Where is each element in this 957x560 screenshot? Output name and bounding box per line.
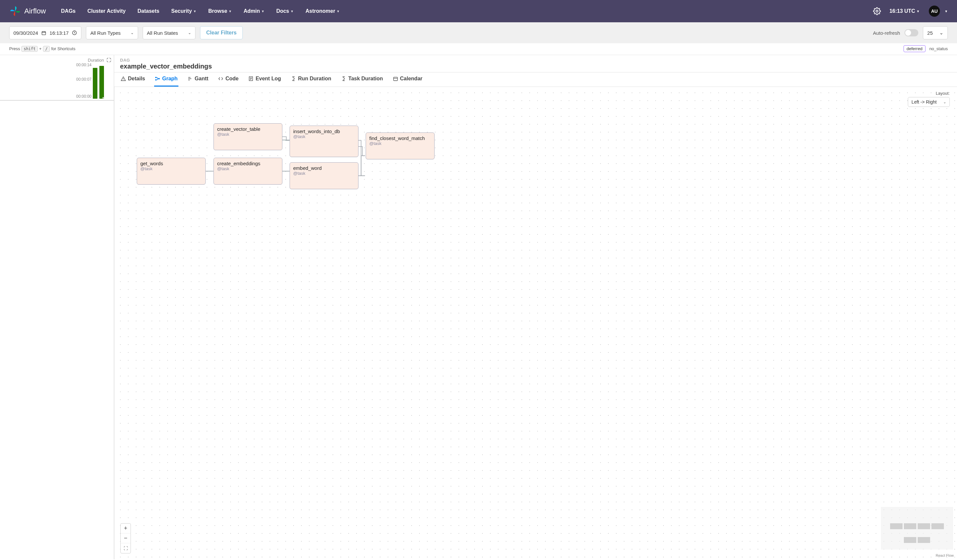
zoom-out-button[interactable]: − xyxy=(121,533,131,543)
node-title: create_embeddings xyxy=(217,161,279,166)
node-subtitle: @task xyxy=(293,171,355,176)
node-title: insert_words_into_db xyxy=(293,129,355,134)
dag-header: DAG example_vector_embeddings xyxy=(114,55,957,73)
zoom-controls: + − ⛶ xyxy=(120,523,131,554)
graph-node-create_embeddings[interactable]: create_embeddings @task xyxy=(213,158,283,185)
legend-row: Press shift + / for Shortcuts deferred n… xyxy=(0,43,957,55)
filter-bar: 09/30/2024 16:13:17 All Run Types⌄ All R… xyxy=(0,22,957,43)
ytick: 00:00:00 xyxy=(76,94,92,99)
nav-dags[interactable]: DAGs xyxy=(57,6,80,17)
datetime-input[interactable]: 09/30/2024 16:13:17 xyxy=(9,26,81,39)
gear-icon[interactable] xyxy=(873,7,881,15)
legend-no-status: no_status xyxy=(928,46,948,51)
zoom-in-button[interactable]: + xyxy=(121,524,131,533)
node-title: find_closest_word_match xyxy=(369,136,431,141)
ytick: 00:00:14 xyxy=(76,63,92,67)
svg-rect-3 xyxy=(155,77,157,78)
nav-browse[interactable]: Browse▼ xyxy=(204,6,237,17)
duration-bar-chart: 00:00:14 00:00:07 00:00:00 xyxy=(4,63,110,99)
legend-deferred[interactable]: deferred xyxy=(903,45,925,52)
tab-gantt[interactable]: Gantt xyxy=(187,73,209,87)
page-size-select[interactable]: 25⌄ xyxy=(923,26,948,39)
graph-node-find_closest_word_match[interactable]: find_closest_word_match @task xyxy=(366,133,434,159)
dag-tabs: Details Graph Gantt Code Event Log Run D… xyxy=(114,73,957,87)
nav-security[interactable]: Security▼ xyxy=(167,6,201,17)
collapse-icon[interactable] xyxy=(106,57,112,63)
run-bar[interactable] xyxy=(93,68,97,99)
chevron-down-icon: ⌄ xyxy=(131,30,134,35)
svg-rect-7 xyxy=(393,77,398,80)
grid-pane: Duration 00:00:14 00:00:07 00:00:00 xyxy=(0,55,114,559)
tab-task-duration[interactable]: Task Duration xyxy=(340,73,384,87)
svg-rect-5 xyxy=(158,78,160,79)
layout-picker: Layout: Left -> Right⌄ xyxy=(908,91,950,107)
clock-icon xyxy=(72,30,77,35)
caret-down-icon: ▼ xyxy=(291,9,294,13)
date-value: 09/30/2024 xyxy=(13,30,38,36)
airflow-pinwheel-icon xyxy=(9,5,21,17)
nav-cluster-activity[interactable]: Cluster Activity xyxy=(83,6,130,17)
user-avatar[interactable]: AU xyxy=(929,6,940,17)
minimap[interactable] xyxy=(881,507,953,549)
dag-label: DAG xyxy=(120,58,951,63)
chevron-down-icon: ⌄ xyxy=(943,100,946,104)
tab-event-log[interactable]: Event Log xyxy=(248,73,281,87)
node-subtitle: @task xyxy=(217,132,279,137)
slash-key: / xyxy=(43,46,50,52)
dag-name: example_vector_embeddings xyxy=(120,63,951,70)
svg-rect-4 xyxy=(155,79,157,80)
chevron-down-icon: ⌄ xyxy=(188,30,191,35)
tab-code[interactable]: Code xyxy=(218,73,239,87)
node-subtitle: @task xyxy=(293,134,355,139)
clear-filters-button[interactable]: Clear Filters xyxy=(200,26,243,39)
time-value: 16:13:17 xyxy=(49,30,68,36)
graph-canvas[interactable]: Layout: Left -> Right⌄ xyxy=(114,87,957,559)
shortcut-hint: Press shift + / for Shortcuts xyxy=(9,46,76,52)
node-subtitle: @task xyxy=(369,141,431,146)
graph-node-create_vector_table[interactable]: create_vector_table @task xyxy=(213,123,283,150)
caret-down-icon: ▼ xyxy=(261,9,264,13)
zoom-fit-button[interactable]: ⛶ xyxy=(121,543,131,553)
ytick: 00:00:07 xyxy=(76,77,92,82)
tab-graph[interactable]: Graph xyxy=(154,73,178,87)
brand[interactable]: Airflow xyxy=(9,5,46,17)
layout-select[interactable]: Left -> Right⌄ xyxy=(908,97,950,107)
tab-details[interactable]: Details xyxy=(120,73,145,87)
auto-refresh-label: Auto-refresh xyxy=(873,30,900,36)
tab-run-duration[interactable]: Run Duration xyxy=(290,73,332,87)
task-list xyxy=(0,100,114,101)
run-states-select[interactable]: All Run States⌄ xyxy=(143,26,196,39)
graph-node-insert_words_into_db[interactable]: insert_words_into_db @task xyxy=(290,126,358,157)
node-subtitle: @task xyxy=(217,166,279,171)
graph-node-embed_word[interactable]: embed_word @task xyxy=(290,162,358,189)
nav-datasets[interactable]: Datasets xyxy=(133,6,164,17)
caret-down-icon: ▼ xyxy=(229,9,232,13)
nav-astronomer[interactable]: Astronomer▼ xyxy=(301,6,344,17)
node-subtitle: @task xyxy=(141,166,202,171)
caret-down-icon: ▼ xyxy=(916,9,920,13)
caret-down-icon: ▼ xyxy=(336,9,340,13)
nav-docs[interactable]: Docs▼ xyxy=(272,6,298,17)
timezone-picker[interactable]: 16:13 UTC▼ xyxy=(889,8,920,14)
duration-label: Duration xyxy=(4,58,110,63)
node-title: embed_word xyxy=(293,165,355,171)
brand-text: Airflow xyxy=(24,7,46,16)
node-title: get_words xyxy=(141,161,202,166)
calendar-icon xyxy=(41,30,46,35)
node-title: create_vector_table xyxy=(217,126,279,132)
tab-calendar[interactable]: Calendar xyxy=(392,73,423,87)
top-navbar: Airflow DAGs Cluster Activity Datasets S… xyxy=(0,0,957,22)
reactflow-attribution: React Flow xyxy=(936,554,954,557)
caret-down-icon: ▼ xyxy=(193,9,196,13)
auto-refresh-toggle[interactable] xyxy=(905,29,918,36)
chevron-down-icon: ⌄ xyxy=(939,30,944,36)
shift-key: shift xyxy=(21,46,38,52)
run-types-select[interactable]: All Run Types⌄ xyxy=(86,26,138,39)
svg-point-0 xyxy=(876,10,878,12)
nav-admin[interactable]: Admin▼ xyxy=(239,6,269,17)
caret-down-icon: ▼ xyxy=(944,9,948,13)
svg-rect-1 xyxy=(42,32,46,35)
layout-label: Layout: xyxy=(908,91,950,96)
graph-node-get_words[interactable]: get_words @task xyxy=(137,158,205,185)
run-bar[interactable] xyxy=(99,66,104,99)
